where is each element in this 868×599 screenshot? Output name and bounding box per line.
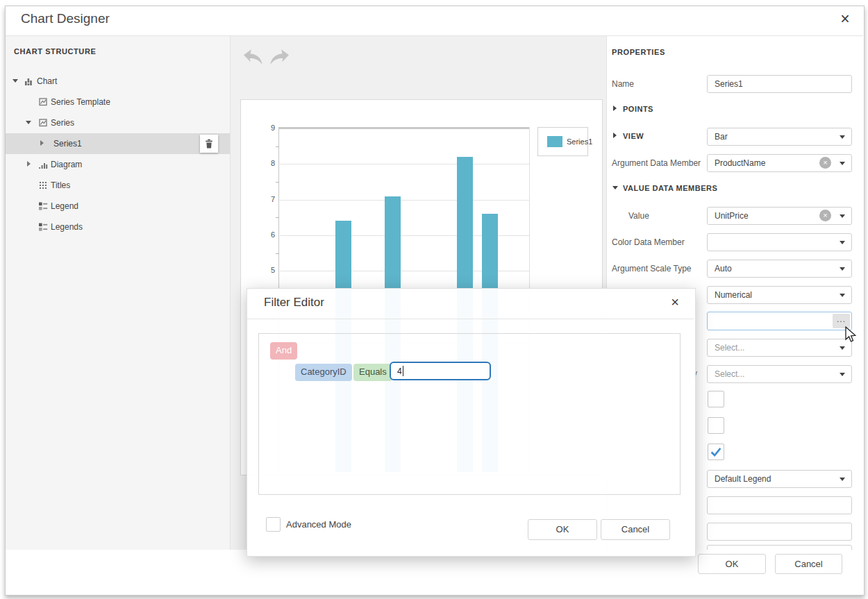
y-axis-minor-tick: [276, 217, 279, 218]
legend-text-pattern-input[interactable]: [707, 523, 852, 541]
series-template-icon: [38, 97, 48, 107]
filter-string-ellipsis-button[interactable]: ...: [833, 314, 850, 328]
designer-cancel-button[interactable]: Cancel: [775, 554, 842, 574]
chevron-down-icon[interactable]: [26, 121, 31, 124]
filter-value-input[interactable]: 4: [390, 362, 491, 380]
sort-by-select[interactable]: Select...: [707, 365, 852, 383]
delete-series-button[interactable]: [200, 135, 218, 153]
window-title: Chart Designer: [21, 11, 110, 26]
clear-icon[interactable]: ×: [819, 157, 831, 169]
value-scale-type-select[interactable]: Numerical: [707, 286, 852, 304]
titles-icon: [38, 180, 48, 190]
legend-text-input[interactable]: [707, 496, 852, 514]
window-close-icon[interactable]: ×: [835, 10, 855, 29]
filter-string-field[interactable]: ...: [707, 312, 852, 330]
chevron-down-icon: [840, 346, 845, 350]
advanced-mode-label: Advanced Mode: [286, 519, 351, 530]
text-cursor: [403, 366, 403, 376]
grid-line: [280, 164, 529, 164]
tree-item-label: Titles: [51, 180, 70, 190]
argument-data-member-label: Argument Data Member: [612, 158, 701, 168]
filter-editor-close-icon[interactable]: ×: [666, 294, 684, 312]
chevron-down-icon: [840, 214, 845, 218]
tree-item-label: Series Template: [51, 97, 110, 107]
grid-line: [280, 200, 529, 201]
trash-icon: [205, 139, 213, 149]
tree-item-series1-selected[interactable]: Series1: [6, 133, 230, 154]
chevron-right-icon[interactable]: [27, 161, 31, 167]
filter-field-chip[interactable]: CategoryID: [295, 364, 352, 381]
chevron-down-icon: [840, 241, 845, 244]
designer-ok-button[interactable]: OK: [698, 554, 766, 574]
y-axis-minor-tick: [276, 146, 279, 147]
checkbox-unchecked-2[interactable]: [708, 417, 724, 434]
color-data-member-select[interactable]: [707, 233, 852, 251]
checkbox-unchecked-1[interactable]: [708, 391, 724, 407]
chart-top-border: [279, 127, 530, 129]
chart-designer-window: Chart Designer × CHART STRUCTURE Chart S…: [0, 0, 868, 599]
y-axis-minor-tick: [276, 182, 279, 183]
filter-operator-chip[interactable]: Equals: [353, 364, 392, 381]
chevron-down-icon: [840, 478, 845, 481]
filter-editor-title: Filter Editor: [264, 296, 324, 310]
chevron-down-icon: [840, 267, 845, 271]
redo-icon[interactable]: [269, 48, 292, 66]
legend-swatch: [547, 136, 562, 147]
group-operator-chip[interactable]: And: [270, 342, 297, 360]
view-select[interactable]: Bar: [707, 128, 852, 146]
y-axis-tick-label: 5: [256, 266, 275, 274]
chevron-down-icon: [840, 135, 845, 139]
filter-value-text: 4: [397, 366, 402, 376]
chevron-right-icon[interactable]: [40, 140, 44, 146]
view-section-header[interactable]: VIEW: [613, 132, 644, 140]
value-label: Value: [628, 211, 649, 221]
chevron-down-icon: [612, 186, 618, 189]
tree-item-chart[interactable]: Chart: [6, 71, 230, 92]
filter-cancel-button[interactable]: Cancel: [601, 519, 670, 540]
tree-item-label: Series1: [53, 139, 82, 149]
y-axis-tick-label: 7: [256, 195, 275, 203]
chevron-down-icon: [840, 373, 845, 376]
tree-item-label: Series: [51, 118, 74, 128]
y-axis-minor-tick: [276, 253, 279, 254]
chevron-right-icon: [613, 106, 617, 111]
chevron-down-icon[interactable]: [12, 79, 18, 83]
filter-ok-button[interactable]: OK: [528, 519, 597, 540]
chevron-down-icon: [840, 294, 845, 297]
argument-data-member-select[interactable]: ProductName×: [707, 154, 852, 172]
chart-icon: [24, 76, 34, 86]
clear-icon[interactable]: ×: [819, 210, 831, 221]
legends-icon: [38, 222, 48, 232]
tree-item-titles[interactable]: Titles: [6, 175, 230, 196]
y-axis-tick-label: 9: [256, 124, 275, 132]
filter-editor-header-divider: [247, 319, 694, 319]
filter-builder-area[interactable]: [258, 333, 681, 495]
tree-item-label: Legends: [51, 222, 83, 232]
tree-item-series-template[interactable]: Series Template: [6, 92, 230, 112]
value-select[interactable]: UnitPrice×: [707, 207, 852, 225]
argument-scale-type-label: Argument Scale Type: [612, 264, 692, 273]
diagram-icon: [38, 160, 48, 169]
y-axis-tick-label: 8: [256, 159, 275, 167]
tree-item-legend[interactable]: Legend: [6, 196, 230, 217]
tree-item-label: Diagram: [51, 160, 82, 169]
series-name-input[interactable]: [707, 75, 852, 93]
sorting-select[interactable]: Select...: [707, 339, 852, 357]
tree-item-label: Chart: [37, 76, 57, 86]
advanced-mode-checkbox[interactable]: [266, 517, 281, 532]
name-label: Name: [612, 79, 634, 89]
undo-icon[interactable]: [241, 48, 263, 66]
properties-header: PROPERTIES: [612, 48, 665, 56]
chevron-down-icon: [840, 162, 845, 165]
argument-scale-type-select[interactable]: Auto: [707, 260, 852, 278]
tree-item-diagram[interactable]: Diagram: [6, 154, 230, 175]
legend-icon: [38, 201, 48, 211]
points-section-header[interactable]: POINTS: [613, 105, 653, 113]
tree-item-legends[interactable]: Legends: [6, 217, 230, 237]
checkbox-checked[interactable]: [708, 444, 724, 460]
legend-select[interactable]: Default Legend: [707, 470, 852, 488]
tree-item-label: Legend: [51, 201, 78, 211]
tree-item-series[interactable]: Series: [6, 112, 230, 133]
chart-legend[interactable]: Series1: [537, 127, 588, 156]
value-data-members-section-header[interactable]: VALUE DATA MEMBERS: [613, 184, 717, 192]
